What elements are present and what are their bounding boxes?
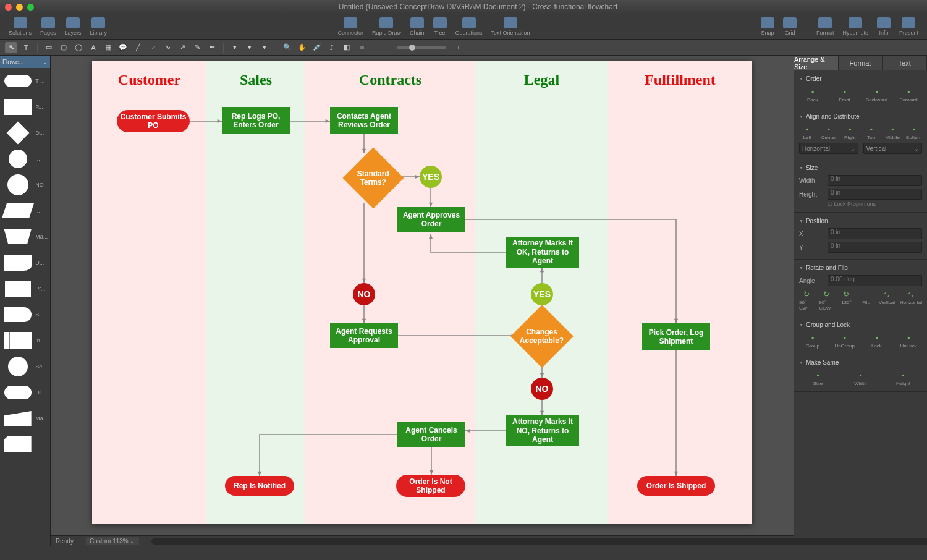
operations-button[interactable]: Operations xyxy=(452,16,486,37)
zoom-dropdown[interactable]: Custom 113% ⌄ xyxy=(86,537,139,545)
width-field[interactable]: 0 in xyxy=(828,175,922,186)
pan-tool[interactable]: ✋ xyxy=(296,42,308,53)
line-tool[interactable]: ╱ xyxy=(132,42,144,53)
flip-vertical-button[interactable]: ⇋Vertical xyxy=(879,290,895,311)
text-tool[interactable]: T xyxy=(20,42,32,53)
select-tool[interactable]: ⬉ xyxy=(5,42,17,53)
rapid-draw-button[interactable]: Rapid Draw xyxy=(368,16,405,37)
node-n17[interactable]: Pick Order, Log Shipment xyxy=(642,323,710,350)
node-n10[interactable]: YES xyxy=(531,283,553,305)
line-style-tool[interactable]: ▾ xyxy=(243,42,256,53)
eyedropper-tool[interactable]: ⤴ xyxy=(326,42,338,53)
minimize-icon[interactable] xyxy=(16,4,23,11)
lock-button[interactable]: ▪Lock xyxy=(863,333,891,349)
lock-proportions-checkbox[interactable]: ☐ Lock Proportions xyxy=(828,201,876,207)
text-box-tool[interactable]: A xyxy=(87,42,99,53)
shape-predefined[interactable]: Pr... xyxy=(0,276,50,302)
rotate-90CCW-button[interactable]: ↻90° CCW xyxy=(819,290,834,311)
shape-internal[interactable]: In ... xyxy=(0,328,50,354)
node-n2[interactable]: Rep Logs PO, Enters Order xyxy=(222,107,290,134)
canvas[interactable]: CustomerSalesContractsLegalFulfillmentCu… xyxy=(51,56,794,535)
text-orientation-button[interactable]: Text Orientation xyxy=(488,16,534,37)
y-field[interactable]: 0 in xyxy=(828,242,922,253)
right-button[interactable]: ▪Right xyxy=(842,125,858,140)
paint-bucket-tool[interactable]: ▾ xyxy=(229,42,241,53)
shape-card[interactable] xyxy=(0,431,50,457)
zoom-icon[interactable] xyxy=(27,4,34,11)
group-button[interactable]: ▪Group xyxy=(799,333,826,349)
middle-button[interactable]: ▪Middle xyxy=(884,125,901,140)
page[interactable]: CustomerSalesContractsLegalFulfillmentCu… xyxy=(92,61,752,524)
info-button[interactable]: Info xyxy=(873,16,894,37)
present-button[interactable]: Present xyxy=(895,16,922,37)
center-button[interactable]: ▪Center xyxy=(821,125,837,140)
shape-seq-access[interactable]: Se... xyxy=(0,354,50,380)
height-field[interactable]: 0 in xyxy=(828,189,922,200)
node-n11[interactable]: Attorney Marks It OK, Returns to Agent xyxy=(506,237,579,268)
shape-direct-access[interactable]: Di... xyxy=(0,380,50,405)
front-button[interactable]: ▪Front xyxy=(831,87,858,103)
library-button[interactable]: Library xyxy=(87,16,111,37)
node-n6[interactable]: Agent Approves Order xyxy=(397,207,465,232)
layers-button[interactable]: Layers xyxy=(61,16,85,37)
node-n18[interactable]: Order Is Shipped xyxy=(637,476,715,496)
shape-document[interactable]: D... xyxy=(0,250,50,276)
snap-button[interactable]: Snap xyxy=(757,16,778,37)
zoom-tool[interactable]: 🔍 xyxy=(281,42,294,53)
inspector-tab-text[interactable]: Text xyxy=(883,56,927,70)
distribute-v-dropdown[interactable]: Vertical ⌄ xyxy=(863,143,923,154)
pen-tool[interactable]: ✒ xyxy=(206,42,218,53)
connector-tool[interactable]: ↗ xyxy=(176,42,188,53)
back-button[interactable]: ▪Back xyxy=(799,87,826,103)
node-n8[interactable]: Agent Requests Approval xyxy=(330,323,398,348)
crop-tool[interactable]: ⧈ xyxy=(355,42,368,53)
library-dropdown[interactable]: Flowc...⌄ xyxy=(0,56,50,68)
node-n7[interactable]: NO xyxy=(353,283,375,305)
zoom-slider[interactable] xyxy=(397,46,446,49)
rotate-90CW-button[interactable]: ↻90° CW xyxy=(799,290,814,311)
arc-tool[interactable]: ⟋ xyxy=(146,42,159,53)
node-n16[interactable]: Order Is Not Shipped xyxy=(396,475,465,497)
size-button[interactable]: ▪Size xyxy=(799,371,837,386)
table-tool[interactable]: ▦ xyxy=(102,42,114,53)
height-button[interactable]: ▪Height xyxy=(884,371,922,386)
bottom-button[interactable]: ▪Bottom xyxy=(906,125,923,140)
unlock-button[interactable]: ▪UnLock xyxy=(895,333,922,349)
rotate-180-button[interactable]: ↻180° xyxy=(839,290,853,311)
chain-button[interactable]: Chain xyxy=(406,16,428,37)
shape-connector[interactable]: ... xyxy=(0,146,50,172)
width-button[interactable]: ▪Width xyxy=(842,371,879,386)
shape-stored[interactable]: S ... xyxy=(0,302,50,328)
node-n14[interactable]: Agent Cancels Order xyxy=(397,422,465,447)
shape-off-page[interactable]: NO xyxy=(0,172,50,198)
format-button[interactable]: Format xyxy=(813,16,838,37)
pencil-tool[interactable]: ✎ xyxy=(191,42,203,53)
connector-button[interactable]: Connector xyxy=(334,16,367,37)
flip-horizontal-button[interactable]: ⇋Horizontal xyxy=(900,290,922,311)
backward-button[interactable]: ▪Backward xyxy=(863,87,891,103)
zoom-out[interactable]: − xyxy=(378,42,391,53)
angle-field[interactable]: 0.00 deg xyxy=(828,275,922,286)
pages-button[interactable]: Pages xyxy=(36,16,60,37)
top-button[interactable]: ▪Top xyxy=(863,125,880,140)
forward-button[interactable]: ▪Forward xyxy=(895,87,922,103)
node-n15[interactable]: Rep Is Notified xyxy=(225,476,294,496)
solutions-button[interactable]: Solutions xyxy=(5,16,35,37)
ungroup-button[interactable]: ▪UnGroup xyxy=(831,333,858,349)
inspector-tab-format[interactable]: Format xyxy=(839,56,883,70)
close-icon[interactable] xyxy=(5,4,12,11)
inspector-tab-arrange-size[interactable]: Arrange & Size xyxy=(794,56,839,70)
lane-fulfillment[interactable]: Fulfillment xyxy=(608,61,752,524)
spline-tool[interactable]: ∿ xyxy=(161,42,174,53)
zoom-in[interactable]: + xyxy=(452,42,465,53)
arrow-style-tool[interactable]: ▾ xyxy=(258,42,271,53)
shape-manual-op[interactable]: Ma... xyxy=(0,224,50,250)
shape-manual-input[interactable]: Ma... xyxy=(0,405,50,431)
callout-tool[interactable]: 💬 xyxy=(117,42,129,53)
node-n3[interactable]: Contacts Agent Reviews Order xyxy=(330,107,398,134)
node-n13[interactable]: Attorney Marks It NO, Returns to Agent xyxy=(506,415,579,446)
x-field[interactable]: 0 in xyxy=(828,228,922,239)
node-n5[interactable]: YES xyxy=(420,166,442,188)
hypernote-button[interactable]: Hypernote xyxy=(839,16,872,37)
tree-button[interactable]: Tree xyxy=(430,16,451,37)
